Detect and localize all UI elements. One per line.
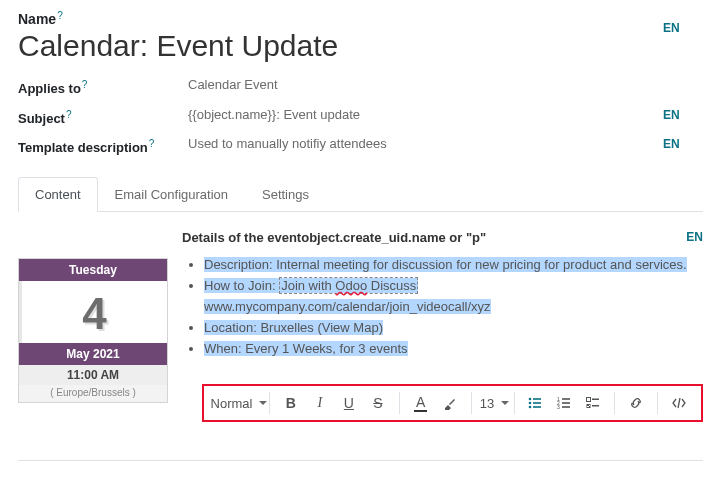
lang-en-subject[interactable]: EN — [663, 108, 680, 122]
link-button[interactable] — [622, 389, 650, 417]
calendar-timezone: ( Europe/Brussels ) — [19, 385, 167, 402]
svg-rect-1 — [533, 399, 541, 401]
svg-point-2 — [529, 402, 532, 405]
svg-rect-11 — [562, 407, 570, 409]
ordered-list-button[interactable]: 123 — [550, 389, 578, 417]
calendar-day: 4 — [19, 281, 167, 343]
code-icon — [671, 395, 687, 411]
event-details-list[interactable]: Description: Internal meeting for discus… — [182, 255, 703, 359]
caret-down-icon — [501, 401, 509, 405]
subject-value[interactable]: {{object.name}}: Event update — [188, 107, 663, 122]
list-item[interactable]: When: Every 1 Weeks, for 3 events — [204, 339, 703, 360]
applies-to-value[interactable]: Calendar Event — [188, 77, 663, 92]
svg-point-0 — [529, 398, 532, 401]
ol-icon: 123 — [556, 395, 572, 411]
editor-toolbar: Normal B I U S A 13 123 — [202, 384, 703, 422]
caret-down-icon — [259, 401, 267, 405]
paintbrush-icon — [442, 395, 458, 411]
subject-label: Subject — [18, 111, 65, 126]
link-icon — [628, 395, 644, 411]
tabs: Content Email Configuration Settings — [18, 177, 703, 212]
list-item[interactable]: How to Join: Join with Odoo Discusswww.m… — [204, 276, 703, 318]
svg-rect-5 — [533, 407, 541, 409]
text-color-button[interactable]: A — [407, 389, 435, 417]
list-item[interactable]: Description: Internal meeting for discus… — [204, 255, 703, 276]
template-desc-label: Template description — [18, 140, 148, 155]
unordered-list-button[interactable] — [521, 389, 549, 417]
checklist-button[interactable] — [579, 389, 607, 417]
name-label: Name — [18, 11, 56, 27]
svg-text:3: 3 — [557, 404, 560, 410]
applies-to-label: Applies to — [18, 82, 81, 97]
tab-email-config[interactable]: Email Configuration — [98, 177, 245, 212]
highlight-button[interactable] — [436, 389, 464, 417]
checklist-icon — [585, 395, 601, 411]
font-size-dropdown[interactable]: 13 — [479, 389, 507, 417]
calendar-month-year: May 2021 — [19, 343, 167, 365]
svg-rect-3 — [533, 403, 541, 405]
svg-point-4 — [529, 406, 532, 409]
svg-rect-7 — [562, 399, 570, 401]
calendar-weekday: Tuesday — [19, 259, 167, 281]
lang-en-desc[interactable]: EN — [663, 137, 680, 151]
list-item[interactable]: Location: Bruxelles (View Map) — [204, 318, 703, 339]
tab-content[interactable]: Content — [18, 177, 98, 212]
svg-rect-13 — [592, 399, 599, 401]
underline-button[interactable]: U — [335, 389, 363, 417]
italic-button[interactable]: I — [306, 389, 334, 417]
tab-settings[interactable]: Settings — [245, 177, 326, 212]
paragraph-style-dropdown[interactable]: Normal — [212, 389, 262, 417]
details-heading: Details of the eventobject.create_uid.na… — [182, 230, 686, 245]
help-icon[interactable]: ? — [82, 79, 88, 90]
help-icon[interactable]: ? — [57, 10, 63, 21]
svg-rect-9 — [562, 403, 570, 405]
ul-icon — [527, 395, 543, 411]
lang-en-body[interactable]: EN — [686, 230, 703, 245]
help-icon[interactable]: ? — [149, 138, 155, 149]
svg-rect-15 — [592, 405, 599, 407]
calendar-widget: Tuesday 4 May 2021 11:00 AM ( Europe/Bru… — [18, 258, 168, 403]
svg-rect-12 — [587, 398, 591, 402]
strikethrough-button[interactable]: S — [364, 389, 392, 417]
name-value[interactable]: Calendar: Event Update — [18, 29, 663, 63]
lang-en-name[interactable]: EN — [663, 21, 680, 35]
bold-button[interactable]: B — [277, 389, 305, 417]
help-icon[interactable]: ? — [66, 109, 72, 120]
template-desc-value[interactable]: Used to manually notifiy attendees — [188, 136, 663, 151]
code-view-button[interactable] — [665, 389, 693, 417]
calendar-time: 11:00 AM — [19, 365, 167, 385]
